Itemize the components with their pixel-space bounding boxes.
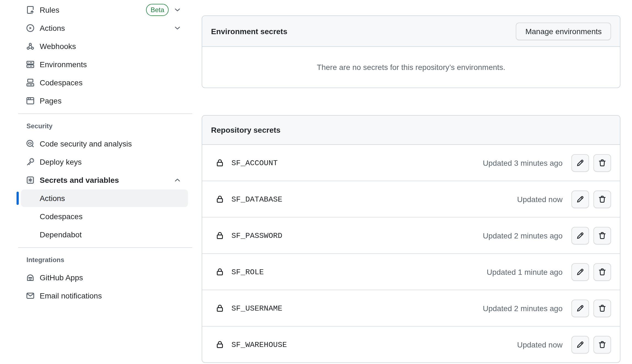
sidebar-item-email-notifications[interactable]: Email notifications (21, 287, 188, 305)
sidebar-item-pages[interactable]: Pages (21, 92, 188, 110)
secret-row: SF_WAREHOUSE Updated now (202, 326, 620, 362)
secret-name: SF_ROLE (231, 267, 264, 276)
sidebar-item-label: Rules (40, 6, 60, 14)
secret-updated: Updated now (517, 340, 563, 349)
sidebar-item-secrets-and-variables[interactable]: Secrets and variables (21, 171, 188, 189)
secret-updated: Updated 2 minutes ago (483, 304, 563, 313)
lock-icon (215, 158, 224, 167)
sidebar-subitem-dependabot[interactable]: Dependabot (21, 226, 188, 243)
trash-icon (598, 231, 607, 240)
lock-icon (215, 195, 224, 203)
secret-updated: Updated 2 minutes ago (483, 231, 563, 240)
sidebar-section-security: Security (18, 117, 192, 135)
secret-name: SF_ACCOUNT (231, 158, 278, 167)
sidebar-item-label: GitHub Apps (40, 273, 83, 282)
sidebar-item-label: Pages (40, 96, 61, 105)
repository-secrets-list: SF_ACCOUNT Updated 3 minutes ago (202, 145, 620, 362)
secret-row: SF_USERNAME Updated 2 minutes ago (202, 290, 620, 326)
settings-page: Rules Beta Actions (0, 0, 632, 364)
environment-secrets-header: Environment secrets Manage environments (202, 16, 620, 47)
settings-sidebar: Rules Beta Actions (18, 0, 192, 305)
edit-secret-button[interactable] (571, 190, 589, 208)
manage-environments-button[interactable]: Manage environments (516, 22, 611, 40)
sidebar-item-label: Dependabot (40, 230, 82, 239)
pencil-icon (576, 340, 585, 349)
sidebar-item-label: Actions (40, 194, 65, 203)
codespaces-icon (26, 78, 35, 87)
trash-icon (598, 195, 607, 203)
secret-name: SF_DATABASE (231, 195, 282, 203)
browser-icon (26, 96, 35, 105)
environment-secrets-empty-message: There are no secrets for this repository… (202, 47, 620, 88)
sidebar-item-webhooks[interactable]: Webhooks (21, 37, 188, 55)
trash-icon (598, 267, 607, 276)
sidebar-item-label: Webhooks (40, 42, 76, 51)
pencil-icon (576, 231, 585, 240)
edit-secret-button[interactable] (571, 154, 589, 172)
chevron-down-icon (173, 6, 182, 14)
chevron-down-icon (173, 24, 182, 32)
secrets-main-content: Environment secrets Manage environments … (202, 15, 620, 363)
pencil-icon (576, 195, 585, 203)
sidebar-item-codespaces[interactable]: Codespaces (21, 74, 188, 91)
sidebar-subitem-codespaces[interactable]: Codespaces (21, 208, 188, 225)
sidebar-section-integrations: Integrations (18, 251, 192, 269)
lock-icon (215, 231, 224, 240)
secret-name: SF_USERNAME (231, 304, 282, 313)
codescan-icon (26, 139, 35, 148)
sidebar-subitem-actions[interactable]: Actions (21, 189, 188, 207)
secret-row: SF_ROLE Updated 1 minute ago (202, 253, 620, 290)
edit-secret-button[interactable] (571, 336, 589, 353)
secret-row: SF_PASSWORD Updated 2 minutes ago (202, 217, 620, 253)
repository-secrets-card: Repository secrets SF_ACCOUNT Updated 3 … (202, 115, 620, 363)
trash-icon (598, 340, 607, 349)
lock-icon (215, 267, 224, 276)
pencil-icon (576, 158, 585, 167)
pencil-icon (576, 267, 585, 276)
secret-name: SF_WAREHOUSE (231, 340, 287, 349)
sidebar-item-label: Secrets and variables (40, 176, 119, 184)
lock-icon (215, 340, 224, 349)
sidebar-divider (18, 247, 192, 248)
sidebar-item-environments[interactable]: Environments (21, 56, 188, 73)
sidebar-item-label: Deploy keys (40, 157, 82, 166)
repository-secrets-header: Repository secrets (202, 116, 620, 145)
sidebar-item-github-apps[interactable]: GitHub Apps (21, 269, 188, 286)
pencil-icon (576, 304, 585, 313)
sidebar-nav-integrations: GitHub Apps Email notifications (18, 269, 192, 305)
delete-secret-button[interactable] (593, 336, 611, 353)
server-icon (26, 60, 35, 69)
secret-updated: Updated 1 minute ago (487, 267, 563, 276)
key-icon (26, 157, 35, 166)
delete-secret-button[interactable] (593, 299, 611, 317)
sidebar-item-label: Code security and analysis (40, 139, 132, 148)
delete-secret-button[interactable] (593, 190, 611, 208)
sidebar-divider (18, 113, 192, 114)
asterisk-box-icon (26, 176, 35, 184)
webhook-icon (26, 42, 35, 51)
play-icon (26, 24, 35, 32)
delete-secret-button[interactable] (593, 263, 611, 281)
delete-secret-button[interactable] (593, 154, 611, 172)
delete-secret-button[interactable] (593, 227, 611, 244)
rules-icon (26, 6, 35, 14)
edit-secret-button[interactable] (571, 299, 589, 317)
secret-updated: Updated 3 minutes ago (483, 158, 563, 167)
lock-icon (215, 304, 224, 313)
secret-row: SF_DATABASE Updated now (202, 181, 620, 217)
edit-secret-button[interactable] (571, 227, 589, 244)
sidebar-item-label: Email notifications (40, 291, 102, 300)
secret-row: SF_ACCOUNT Updated 3 minutes ago (202, 145, 620, 181)
trash-icon (598, 158, 607, 167)
sidebar-nav-top: Rules Beta Actions (18, 1, 192, 110)
hubot-icon (26, 273, 35, 282)
repository-secrets-title: Repository secrets (211, 126, 280, 134)
edit-secret-button[interactable] (571, 263, 589, 281)
sidebar-item-code-security[interactable]: Code security and analysis (21, 135, 188, 153)
sidebar-item-label: Codespaces (40, 78, 83, 87)
sidebar-item-rules[interactable]: Rules Beta (21, 1, 188, 19)
trash-icon (598, 304, 607, 313)
secret-name: SF_PASSWORD (231, 231, 282, 240)
sidebar-item-actions[interactable]: Actions (21, 19, 188, 37)
sidebar-item-deploy-keys[interactable]: Deploy keys (21, 153, 188, 171)
